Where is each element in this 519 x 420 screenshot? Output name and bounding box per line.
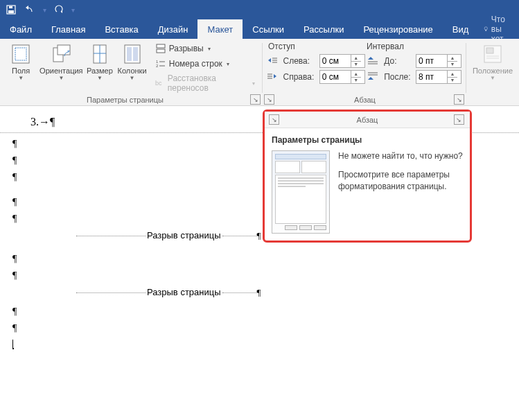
dropdown-icon: ▼ — [18, 75, 24, 81]
size-label: Размер — [87, 67, 113, 75]
space-before-input[interactable] — [416, 55, 447, 67]
hyphenation-button: bc Расстановка переносов ▾ — [152, 72, 258, 94]
tooltip-head-label: Абзац — [357, 116, 378, 124]
tooltip-question: Не можете найти то, что нужно? — [338, 150, 463, 162]
dropdown-icon: ▼ — [97, 75, 103, 81]
spin-down-icon[interactable]: ▼ — [448, 62, 457, 68]
space-after-input[interactable] — [416, 71, 447, 83]
indent-left-icon — [267, 55, 278, 67]
qat-separator: ▾ — [43, 6, 46, 14]
spin-down-icon[interactable]: ▼ — [351, 78, 361, 84]
dropdown-icon: ▾ — [227, 61, 229, 67]
svg-rect-33 — [486, 48, 493, 53]
tab-insert[interactable]: Вставка — [95, 19, 148, 39]
text-cursor — [12, 340, 14, 349]
breaks-label: Разрывы — [169, 44, 204, 53]
space-before-label: До: — [384, 56, 413, 66]
margins-icon — [10, 43, 32, 65]
space-after-label: После: — [384, 72, 413, 82]
position-icon — [482, 43, 504, 65]
pilcrow: ¶ — [12, 254, 519, 265]
pilcrow: ¶ — [12, 323, 519, 334]
spin-down-icon[interactable]: ▼ — [448, 78, 457, 84]
dropdown-icon: ▼ — [130, 75, 135, 81]
tab-home[interactable]: Главная — [42, 19, 95, 39]
indent-left-input[interactable] — [320, 55, 351, 67]
svg-rect-13 — [127, 47, 132, 61]
tooltip-title: Параметры страницы — [272, 135, 463, 145]
svg-rect-4 — [486, 30, 487, 31]
tooltip-thumbnail — [272, 150, 330, 234]
size-button[interactable]: Размер ▼ — [85, 42, 114, 82]
indent-left-label: Слева: — [283, 56, 316, 66]
tab-file[interactable]: Файл — [0, 19, 42, 39]
svg-text:bc: bc — [155, 80, 162, 87]
qat-customize[interactable]: ▾ — [71, 6, 75, 14]
paragraph-group-label: Абзац — [276, 96, 454, 104]
page-setup-group-label: Параметры страницы — [0, 96, 250, 104]
tab-design[interactable]: Дизайн — [148, 19, 198, 39]
tab-layout[interactable]: Макет — [197, 19, 243, 39]
spin-up-icon[interactable]: ▲ — [351, 55, 361, 62]
save-button[interactable] — [4, 3, 18, 17]
page-break-marker: Разрыв страницы¶ — [76, 287, 519, 298]
svg-rect-2 — [9, 6, 12, 8]
svg-rect-15 — [157, 44, 165, 48]
breaks-icon — [155, 43, 166, 54]
dropdown-icon: ▼ — [490, 75, 495, 81]
tooltip-launcher-right[interactable]: ↘ — [454, 114, 464, 125]
dropdown-icon: ▾ — [252, 80, 255, 87]
space-before-icon — [368, 55, 379, 67]
tooltip-launcher-left[interactable]: ↘ — [269, 114, 279, 125]
spin-up-icon[interactable]: ▲ — [351, 71, 361, 78]
indent-heading: Отступ — [268, 42, 295, 51]
tab-review[interactable]: Рецензирование — [353, 19, 442, 39]
page-setup-tooltip: ↘ Абзац ↘ Параметры страницы Не можете н… — [263, 110, 472, 243]
line-numbers-icon: 12 — [155, 58, 166, 69]
space-before-spinner[interactable]: ▲▼ — [416, 54, 461, 68]
pilcrow: ¶ — [12, 306, 519, 317]
columns-icon — [121, 43, 143, 65]
svg-rect-8 — [58, 45, 70, 55]
tooltip-description: Просмотрите все параметры форматирования… — [338, 169, 463, 193]
size-icon — [89, 43, 111, 65]
lightbulb-icon — [484, 24, 488, 34]
tell-me[interactable]: Что вы хот — [478, 19, 519, 39]
undo-button[interactable] — [24, 3, 37, 17]
orientation-label: Ориентация — [39, 67, 82, 75]
svg-rect-1 — [8, 10, 14, 13]
spin-up-icon[interactable]: ▲ — [448, 71, 457, 78]
indent-right-label: Справа: — [283, 72, 316, 82]
tab-view[interactable]: Вид — [443, 19, 479, 39]
orientation-button[interactable]: Ориентация ▼ — [39, 42, 83, 82]
svg-text:2: 2 — [156, 64, 159, 68]
tab-references[interactable]: Ссылки — [243, 19, 294, 39]
spin-down-icon[interactable]: ▼ — [351, 62, 361, 68]
indent-left-spinner[interactable]: ▲▼ — [319, 54, 365, 68]
indent-right-input[interactable] — [320, 71, 351, 83]
line-numbers-button[interactable]: 12 Номера строк ▾ — [152, 57, 258, 71]
position-label: Положение — [473, 67, 513, 75]
indent-right-spinner[interactable]: ▲▼ — [319, 70, 365, 84]
svg-rect-14 — [133, 47, 138, 61]
pilcrow: ¶ — [12, 270, 519, 281]
breaks-button[interactable]: Разрывы ▾ — [152, 42, 258, 55]
paragraph-launcher[interactable]: ↘ — [454, 94, 464, 105]
paragraph-launcher-left[interactable]: ↘ — [264, 94, 274, 105]
margins-label: Поля — [12, 67, 30, 75]
hyphenation-icon: bc — [155, 78, 165, 89]
redo-button[interactable] — [52, 3, 66, 17]
orientation-icon — [50, 43, 72, 65]
indent-right-icon — [267, 71, 278, 82]
hyphenation-label: Расстановка переносов — [168, 73, 248, 93]
tab-mailings[interactable]: Рассылки — [294, 19, 353, 39]
spin-up-icon[interactable]: ▲ — [448, 55, 457, 62]
space-after-spinner[interactable]: ▲▼ — [416, 70, 461, 84]
margins-button[interactable]: Поля ▼ — [4, 42, 37, 82]
dropdown-icon: ▼ — [58, 75, 64, 81]
columns-label: Колонки — [118, 67, 147, 75]
page-setup-launcher[interactable]: ↘ — [250, 94, 261, 105]
position-button: Положение ▼ — [470, 42, 515, 82]
dropdown-icon: ▾ — [208, 46, 211, 52]
columns-button[interactable]: Колонки ▼ — [116, 42, 148, 82]
